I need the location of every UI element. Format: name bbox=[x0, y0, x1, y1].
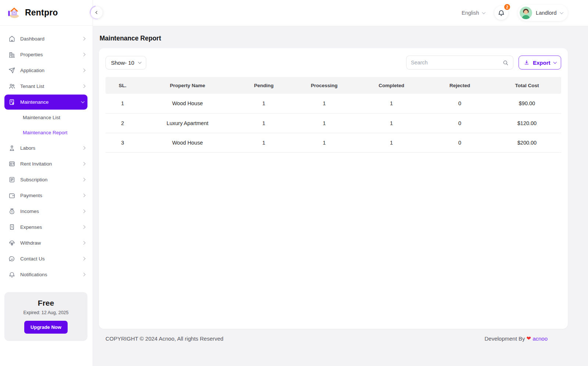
page-title: Maintenance Report bbox=[100, 35, 568, 42]
worker-icon bbox=[8, 145, 15, 152]
chevron-right-icon bbox=[82, 146, 85, 150]
report-card: Show- 10 Export bbox=[99, 48, 568, 329]
chevron-right-icon bbox=[82, 194, 85, 197]
chevron-right-icon bbox=[82, 85, 85, 88]
chevron-down-icon bbox=[482, 10, 485, 14]
chevron-right-icon bbox=[82, 225, 85, 229]
sidebar-item-label: Rent Invitation bbox=[20, 161, 78, 167]
sidebar-subitem-maintenance-report[interactable]: Maintenance Report bbox=[0, 125, 93, 140]
chevron-left-icon bbox=[96, 11, 98, 14]
cell-pending: 1 bbox=[235, 94, 292, 113]
sidebar-item-label: Subscription bbox=[20, 177, 78, 182]
cell-processing: 1 bbox=[292, 113, 356, 133]
svg-text:$: $ bbox=[11, 210, 13, 213]
bell-icon bbox=[8, 271, 15, 278]
notification-bell-button[interactable]: 2 bbox=[494, 6, 508, 20]
column-header-total-cost: Total Cost bbox=[493, 77, 561, 94]
cell-rejected: 0 bbox=[427, 113, 493, 133]
search-input[interactable] bbox=[411, 60, 502, 65]
sidebar-item-application[interactable]: Application bbox=[0, 63, 93, 78]
notification-count-badge: 2 bbox=[503, 3, 511, 11]
sidebar-subitem-maintenance-list[interactable]: Maintenance List bbox=[0, 110, 93, 125]
chevron-down-icon bbox=[553, 60, 556, 63]
sidebar-item-expenses[interactable]: $ Expenses bbox=[0, 219, 93, 235]
sidebar-item-labors[interactable]: Labors bbox=[0, 140, 93, 156]
avatar bbox=[520, 7, 532, 19]
developer-link[interactable]: acnoo bbox=[533, 335, 548, 342]
download-icon bbox=[524, 60, 530, 65]
sidebar-item-label: Tenant List bbox=[20, 83, 78, 89]
sidebar-item-rent-invitation[interactable]: Rent Invitation bbox=[0, 156, 93, 172]
search-icon bbox=[502, 60, 509, 66]
rentpro-logo-icon bbox=[7, 6, 21, 20]
cell-processing: 1 bbox=[292, 94, 356, 113]
cell-sl: 1 bbox=[105, 94, 140, 113]
sidebar-item-contact-us[interactable]: Contact Us bbox=[0, 251, 93, 267]
copyright-text: COPYRIGHT © 2024 Acnoo, All rights Reser… bbox=[105, 335, 223, 342]
chevron-right-icon bbox=[82, 53, 85, 56]
cell-sl: 3 bbox=[105, 133, 140, 152]
sidebar-item-maintenance[interactable]: Maintenance bbox=[4, 95, 87, 110]
chevron-right-icon bbox=[82, 69, 85, 72]
maintenance-report-table: SL. Property Name Pending Processing Com… bbox=[105, 77, 561, 153]
building-icon bbox=[8, 51, 15, 58]
sidebar-item-payments[interactable]: Payments bbox=[0, 188, 93, 203]
sidebar-subitem-label: Maintenance Report bbox=[23, 130, 68, 135]
chevron-down-icon bbox=[138, 60, 141, 63]
sidebar-item-label: Dashboard bbox=[20, 36, 78, 42]
sidebar-item-properties[interactable]: Properties bbox=[0, 47, 93, 63]
svg-text:$: $ bbox=[11, 225, 13, 228]
column-header-property-name: Property Name bbox=[140, 77, 235, 94]
sidebar-item-tenant-list[interactable]: Tenant List bbox=[0, 78, 93, 94]
sidebar-collapse-button[interactable] bbox=[91, 7, 103, 18]
footer: COPYRIGHT © 2024 Acnoo, All rights Reser… bbox=[99, 329, 568, 348]
maintenance-clipboard-gear-icon bbox=[8, 99, 15, 106]
plan-name: Free bbox=[9, 299, 83, 308]
sidebar-item-label: Labors bbox=[20, 145, 78, 151]
chevron-down-icon bbox=[560, 10, 563, 14]
sidebar-item-subscription[interactable]: Subscription bbox=[0, 172, 93, 188]
receipt-dollar-icon: $ bbox=[8, 224, 15, 231]
table-row: 1 Wood House 1 1 1 0 $90.00 bbox=[105, 94, 561, 113]
table-header-row: SL. Property Name Pending Processing Com… bbox=[105, 77, 561, 94]
chevron-right-icon bbox=[82, 37, 85, 40]
cell-rejected: 0 bbox=[427, 94, 493, 113]
language-dropdown[interactable]: English bbox=[462, 10, 485, 16]
show-entries-dropdown[interactable]: Show- 10 bbox=[105, 56, 146, 70]
sidebar-item-label: Notifications bbox=[20, 272, 78, 277]
brand-logo-row[interactable]: Rentpro bbox=[0, 0, 93, 26]
brand-name: Rentpro bbox=[25, 8, 58, 18]
cell-total-cost: $200.00 bbox=[493, 133, 561, 152]
withdraw-coin-icon: $ bbox=[8, 239, 15, 246]
column-header-pending: Pending bbox=[235, 77, 292, 94]
send-icon bbox=[8, 67, 15, 74]
development-by-text: Development By bbox=[484, 335, 525, 342]
list-card-icon bbox=[8, 176, 15, 183]
cell-processing: 1 bbox=[292, 133, 356, 152]
topbar: English 2 Landlord bbox=[93, 0, 588, 26]
wallet-icon bbox=[8, 192, 15, 199]
heart-icon: ❤ bbox=[527, 335, 531, 342]
user-role-label: Landlord bbox=[536, 10, 556, 16]
sidebar-item-label: Maintenance bbox=[20, 99, 77, 105]
sidebar-item-incomes[interactable]: $ Incomes bbox=[0, 203, 93, 219]
sidebar-item-label: Incomes bbox=[20, 209, 78, 214]
svg-text:$: $ bbox=[11, 243, 12, 245]
sidebar-subitem-label: Maintenance List bbox=[23, 115, 60, 120]
language-label: English bbox=[462, 10, 479, 16]
sidebar-nav: Dashboard Properties Application Tenant … bbox=[0, 26, 93, 283]
table-row: 3 Wood House 1 1 1 0 $200.00 bbox=[105, 133, 561, 152]
column-header-processing: Processing bbox=[292, 77, 356, 94]
cell-total-cost: $120.00 bbox=[493, 113, 561, 133]
sidebar-item-notifications[interactable]: Notifications bbox=[0, 267, 93, 283]
sidebar-item-dashboard[interactable]: Dashboard bbox=[0, 31, 93, 47]
export-button[interactable]: Export bbox=[519, 56, 561, 70]
app-window: Rentpro Dashboard Properties Application… bbox=[0, 0, 588, 366]
upgrade-now-button[interactable]: Upgrade Now bbox=[24, 321, 68, 334]
search-box bbox=[406, 56, 513, 70]
column-header-sl: SL. bbox=[105, 77, 140, 94]
sidebar-item-label: Application bbox=[20, 68, 78, 73]
user-menu[interactable]: Landlord bbox=[518, 5, 568, 21]
development-credit: Development By ❤ acnoo bbox=[484, 335, 548, 342]
sidebar-item-withdraw[interactable]: $ Withdraw bbox=[0, 235, 93, 251]
